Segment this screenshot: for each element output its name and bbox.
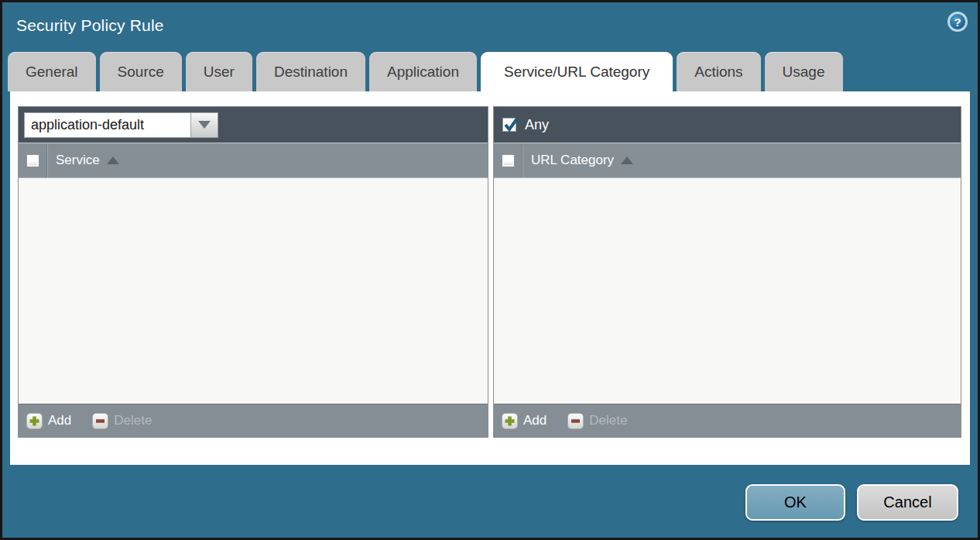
add-icon [502, 413, 518, 429]
service-panel-toolbar [19, 107, 488, 143]
tab-destination[interactable]: Destination [256, 52, 365, 91]
service-select-all-checkbox[interactable] [26, 154, 39, 167]
dialog-content: Service Add Delete [10, 91, 970, 465]
cancel-button[interactable]: Cancel [857, 484, 958, 521]
ok-button[interactable]: OK [745, 484, 845, 521]
service-panel: Service Add Delete [18, 106, 488, 438]
url-category-column-header: URL Category [494, 143, 961, 178]
service-type-combo [24, 112, 218, 138]
url-category-panel: Any URL Category Add [493, 106, 961, 438]
titlebar: Security Policy Rule ? [2, 2, 978, 52]
sort-ascending-icon [621, 156, 633, 164]
url-category-column-label[interactable]: URL Category [523, 143, 633, 177]
sort-ascending-icon [107, 156, 119, 164]
url-category-list [494, 178, 961, 404]
help-icon[interactable]: ? [947, 12, 968, 32]
service-add-button[interactable]: Add [26, 413, 71, 429]
delete-icon [567, 413, 584, 429]
service-delete-button[interactable]: Delete [92, 413, 152, 429]
url-category-select-all-cell [494, 143, 523, 177]
tab-application[interactable]: Application [369, 52, 477, 91]
url-category-add-button[interactable]: Add [502, 413, 547, 429]
url-category-select-all-checkbox[interactable] [502, 154, 515, 167]
tab-bar: GeneralSourceUserDestinationApplicationS… [8, 52, 843, 91]
any-checkbox[interactable] [502, 118, 516, 132]
service-select-all-cell [19, 143, 47, 177]
any-label: Any [525, 117, 549, 133]
delete-icon [92, 413, 108, 429]
service-column-header: Service [19, 143, 488, 178]
any-row: Any [499, 117, 549, 133]
url-category-panel-footer: Add Delete [494, 404, 961, 437]
service-type-dropdown-button[interactable] [190, 112, 218, 138]
chevron-down-icon [198, 121, 211, 129]
service-panel-footer: Add Delete [19, 404, 488, 437]
service-list [19, 178, 488, 404]
tab-general[interactable]: General [8, 52, 96, 91]
tab-usage[interactable]: Usage [765, 52, 843, 91]
url-category-panel-toolbar: Any [494, 107, 961, 143]
tab-service-url-category[interactable]: Service/URL Category [481, 52, 673, 91]
service-column-label[interactable]: Service [47, 143, 119, 177]
url-category-delete-button[interactable]: Delete [567, 413, 627, 429]
tab-user[interactable]: User [186, 52, 252, 91]
add-icon [26, 413, 43, 429]
security-policy-rule-dialog: Security Policy Rule ? GeneralSourceUser… [0, 0, 980, 540]
service-type-input[interactable] [24, 112, 190, 138]
dialog-title: Security Policy Rule [16, 16, 164, 35]
tab-actions[interactable]: Actions [677, 52, 760, 91]
tab-source[interactable]: Source [100, 52, 182, 91]
